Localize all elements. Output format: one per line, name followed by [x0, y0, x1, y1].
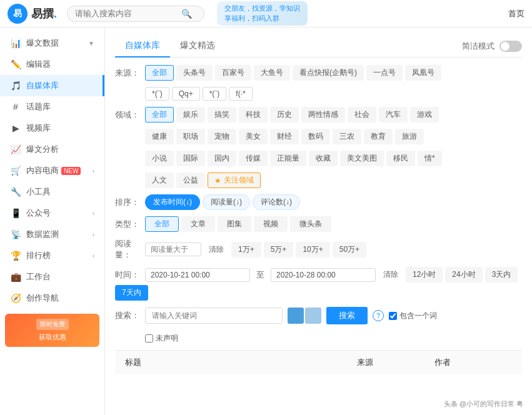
sort-comment[interactable]: 评论数(↓): [253, 194, 300, 210]
domain-lishi[interactable]: 历史: [270, 107, 299, 122]
read-5w[interactable]: 5万+: [264, 242, 294, 258]
domain-sannong[interactable]: 三农: [333, 129, 361, 144]
domain-keji[interactable]: 科技: [239, 107, 268, 122]
source-qq[interactable]: Qq+: [172, 87, 200, 101]
read-1w[interactable]: 1万+: [231, 242, 261, 258]
domain-shuma[interactable]: 数码: [301, 129, 330, 144]
domain-caijing[interactable]: 财经: [270, 129, 299, 144]
domain-chongwu[interactable]: 宠物: [208, 129, 236, 144]
time-3d[interactable]: 3天内: [485, 267, 518, 282]
sidebar-item-monitor[interactable]: 📡 数据监测 ›: [0, 224, 104, 245]
time-start-input[interactable]: [145, 268, 250, 282]
source-baijia[interactable]: 百家号: [215, 65, 251, 81]
domain-all[interactable]: 全部: [145, 107, 174, 122]
time-12h[interactable]: 12小时: [406, 267, 443, 282]
domain-follow[interactable]: ★ 关注领域: [208, 172, 261, 188]
domain-zhichang[interactable]: 职场: [176, 129, 205, 144]
source-wx2[interactable]: *(¨): [203, 87, 227, 101]
read-input[interactable]: [145, 242, 201, 256]
source-toutiao[interactable]: 头条号: [176, 65, 213, 81]
time-7d[interactable]: 7天内: [115, 285, 148, 301]
time-clear-btn[interactable]: 清除: [378, 268, 403, 282]
color-box-lightblue[interactable]: [305, 308, 321, 324]
header-home-link[interactable]: 首页: [508, 8, 524, 19]
sidebar-item-workspace[interactable]: 💼 工作台: [0, 266, 104, 288]
domain-yule[interactable]: 娱乐: [176, 107, 205, 122]
sidebar-item-tools[interactable]: 🔧 小工具: [0, 181, 104, 202]
domain-qing[interactable]: 情*: [418, 151, 442, 166]
header-search-input[interactable]: [75, 9, 181, 18]
domain-guonei[interactable]: 国内: [208, 151, 236, 166]
logo-icon: 易: [8, 4, 28, 24]
search-input-area: 搜索 ? 包含一个词: [145, 307, 437, 324]
workspace-icon: 💼: [10, 271, 21, 282]
domain-qiche[interactable]: 汽车: [379, 107, 408, 122]
promo-text: 获取优惠: [10, 332, 94, 342]
sidebar-item-editor[interactable]: ✏️ 编辑器: [0, 54, 104, 75]
sidebar-promo[interactable]: 限时免费 获取优惠: [5, 314, 99, 347]
domain-jiaoyu[interactable]: 教育: [364, 129, 393, 144]
keyword-input[interactable]: [145, 308, 283, 324]
sidebar-item-ecommerce[interactable]: 🛒 内容电商 NEW ›: [0, 160, 104, 181]
sidebar-item-topic[interactable]: # 话题库: [0, 96, 104, 118]
sidebar-item-public[interactable]: 📱 公众号 ›: [0, 202, 104, 224]
type-all[interactable]: 全部: [145, 216, 179, 232]
domain-qinggan[interactable]: 两性情感: [301, 107, 345, 122]
table-header: 标题 来源 作者: [115, 350, 522, 374]
type-photo[interactable]: 图集: [218, 216, 251, 232]
type-micro[interactable]: 微头条: [290, 216, 331, 232]
source-kandian[interactable]: 看点快报(企鹅号): [293, 65, 364, 81]
search-submit-btn[interactable]: 搜索: [326, 307, 368, 324]
domain-guoji[interactable]: 国际: [176, 151, 205, 166]
sidebar-item-analysis[interactable]: 📈 爆文分析: [0, 139, 104, 160]
domain-meinv[interactable]: 美女: [239, 129, 268, 144]
domain-xiaoshuo[interactable]: 小说: [145, 151, 174, 166]
domain-meiwen[interactable]: 美文美图: [340, 151, 384, 166]
read-clear-btn[interactable]: 清除: [204, 242, 229, 257]
source-wx3[interactable]: f(·*: [229, 87, 252, 101]
time-label: 时间：: [115, 269, 143, 281]
domain-shoucang[interactable]: 收藏: [309, 151, 338, 166]
color-box-blue[interactable]: [288, 308, 304, 324]
domain-renwen[interactable]: 人文: [145, 172, 174, 188]
time-24h[interactable]: 24小时: [445, 267, 482, 282]
domain-yimin[interactable]: 移民: [386, 151, 415, 166]
read-10w[interactable]: 10万+: [296, 242, 329, 258]
zimeiti-icon: 🎵: [10, 80, 21, 91]
domain-youxi[interactable]: 游戏: [410, 107, 439, 122]
not-stated-area: 未声明: [145, 333, 178, 344]
sidebar-item-ranking[interactable]: 🏆 排行榜 ›: [0, 245, 104, 266]
domain-lvyou[interactable]: 旅游: [395, 129, 424, 144]
domain-shehui[interactable]: 社会: [348, 107, 376, 122]
domain-gongyi[interactable]: 公益: [176, 172, 205, 188]
tab-zimeiti[interactable]: 自媒体库: [115, 35, 170, 58]
guide-icon: 🧭: [10, 292, 21, 304]
time-separator: 至: [256, 269, 264, 281]
include-checkbox[interactable]: [389, 312, 397, 320]
source-wx1[interactable]: *(¨): [145, 87, 169, 101]
domain-gaoxiao[interactable]: 搞笑: [208, 107, 236, 122]
not-stated-checkbox[interactable]: [145, 334, 153, 342]
domain-chuanmei[interactable]: 传媒: [239, 151, 268, 166]
simple-mode-switch[interactable]: [499, 41, 522, 52]
sidebar-item-video[interactable]: ▶ 视频库: [0, 118, 104, 139]
sidebar-item-baowen[interactable]: 📊 爆文数据 ▼: [0, 32, 104, 54]
domain-zhengneng[interactable]: 正能量: [270, 151, 306, 166]
sidebar-item-zimeiti[interactable]: 🎵 自媒体库: [0, 75, 104, 96]
search-row: 搜索： 搜索 ? 包含一个词: [115, 307, 522, 324]
read-50w[interactable]: 50万+: [333, 242, 366, 258]
sort-read[interactable]: 阅读量(↓): [203, 194, 250, 210]
header-search-bar[interactable]: 🔍: [67, 6, 204, 22]
time-end-input[interactable]: [271, 268, 376, 282]
sidebar-item-guide[interactable]: 🧭 创作导航: [0, 288, 104, 309]
type-video[interactable]: 视频: [254, 216, 288, 232]
domain-jiankang[interactable]: 健康: [145, 129, 174, 144]
source-dayu[interactable]: 大鱼号: [254, 65, 290, 81]
tab-baowen[interactable]: 爆文精选: [170, 35, 225, 58]
type-article[interactable]: 文章: [181, 216, 215, 232]
source-fenghuang[interactable]: 凤凰号: [405, 65, 441, 81]
sort-time[interactable]: 发布时间(↓): [145, 194, 200, 210]
source-all[interactable]: 全部: [145, 65, 174, 81]
source-yidian[interactable]: 一点号: [366, 65, 403, 81]
help-icon[interactable]: ?: [373, 310, 384, 321]
